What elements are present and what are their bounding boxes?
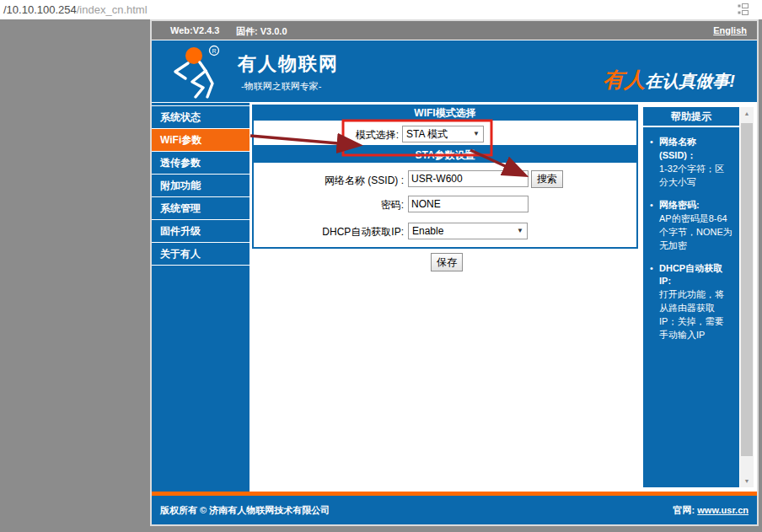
help-desc: 1-32个字符；区分大小写 xyxy=(659,164,724,187)
main-content: WIFI模式选择 模式选择: STA 模式 ▼ STA参数设置 网络名称 (SS… xyxy=(252,103,638,492)
device-config-page: Web:V2.4.3 固件: V3.0.0 English R 有人物联网 -物… xyxy=(152,21,757,524)
sidebar-item-wifi-params[interactable]: WiFi参数 xyxy=(152,129,250,152)
sidebar-nav: 系统状态 WiFi参数 透传参数 附加功能 系统管理 固件升级 关于有人 xyxy=(152,103,250,492)
help-desc: AP的密码是8-64个字节，NONE为无加密 xyxy=(659,213,732,250)
mode-select-value: STA 模式 xyxy=(406,128,448,140)
help-item-dhcp: DHCP自动获取IP: 打开此功能，将从路由器获取IP；关掉，需要手动输入IP xyxy=(650,262,732,343)
footer: 版权所有 © 济南有人物联网技术有限公司 官网: www.usr.cn xyxy=(152,496,757,524)
sidebar-item-about-usr[interactable]: 关于有人 xyxy=(152,243,250,266)
help-panel: 帮助提示 网络名称 (SSID)： 1-32个字符；区分大小写 网络密码: AP… xyxy=(641,103,757,492)
save-button[interactable]: 保存 xyxy=(431,253,463,271)
help-desc: 打开此功能，将从路由器获取IP；关掉，需要手动输入IP xyxy=(659,289,724,340)
wifi-mode-section-title: WIFI模式选择 xyxy=(254,106,636,121)
ssid-label: 网络名称 (SSID) : xyxy=(252,174,404,188)
help-item-ssid: 网络名称 (SSID)： 1-32个字符；区分大小写 xyxy=(650,136,732,190)
sta-params-section-title: STA参数设置 xyxy=(254,148,636,163)
mode-select-dropdown[interactable]: STA 模式 ▼ xyxy=(402,126,484,142)
scroll-up-icon[interactable]: ▲ xyxy=(740,107,754,120)
sidebar-item-system-status[interactable]: 系统状态 xyxy=(152,105,250,129)
password-input[interactable] xyxy=(408,196,529,212)
copyright-text: 版权所有 © 济南有人物联网技术有限公司 xyxy=(160,496,330,524)
help-scrollbar[interactable]: ▲ ▼ xyxy=(740,107,754,487)
slogan-highlight: 有人 xyxy=(603,67,645,91)
browser-address-bar[interactable]: /10.10.100.254/index_cn.html xyxy=(0,0,762,19)
dhcp-label: DHCP自动获取IP: xyxy=(252,225,404,239)
version-topbar: Web:V2.4.3 固件: V3.0.0 English xyxy=(152,21,757,40)
site-link[interactable]: www.usr.cn xyxy=(697,505,749,515)
site-label: 官网: xyxy=(673,505,695,515)
brand-name: 有人物联网 xyxy=(238,51,339,77)
help-term: DHCP自动获取IP: xyxy=(659,262,732,289)
web-version: Web:V2.4.3 xyxy=(170,25,220,35)
help-term: 网络密码: xyxy=(659,199,732,212)
sidebar-item-firmware-upgrade[interactable]: 固件升级 xyxy=(152,220,250,243)
url-path: /index_cn.html xyxy=(77,3,148,16)
usr-logo-icon: R xyxy=(165,45,233,99)
chevron-down-icon: ▼ xyxy=(517,223,523,239)
scroll-down-icon[interactable]: ▼ xyxy=(740,475,754,487)
chevron-down-icon: ▼ xyxy=(473,126,480,142)
firmware-version: 固件: V3.0.0 xyxy=(236,25,287,38)
brand-tagline: -物联网之联网专家- xyxy=(241,80,321,93)
help-item-password: 网络密码: AP的密码是8-64个字节，NONE为无加密 xyxy=(650,199,732,253)
slogan-rest: 在认真做事! xyxy=(645,72,735,90)
page-url: /10.10.100.254/index_cn.html xyxy=(3,3,148,16)
help-term: 网络名称 (SSID)： xyxy=(659,136,732,163)
help-panel-body: 网络名称 (SSID)： 1-32个字符；区分大小写 网络密码: AP的密码是8… xyxy=(643,127,739,487)
help-panel-title: 帮助提示 xyxy=(643,107,739,126)
tab-groups-icon[interactable] xyxy=(738,3,754,15)
password-label: 密码: xyxy=(252,198,404,212)
screenshot-stage: /10.10.100.254/index_cn.html Web:V2.4.3 … xyxy=(0,0,762,532)
sidebar-item-transparent-params[interactable]: 透传参数 xyxy=(152,152,250,175)
search-button[interactable]: 搜索 xyxy=(531,170,563,188)
official-site: 官网: www.usr.cn xyxy=(673,496,749,524)
english-language-link[interactable]: English xyxy=(713,25,747,35)
url-host: /10.10.100.254 xyxy=(3,3,77,16)
brand-header: R 有人物联网 -物联网之联网专家- 有人在认真做事! xyxy=(152,40,757,102)
sidebar-item-system-management[interactable]: 系统管理 xyxy=(152,197,250,220)
brand-slogan: 有人在认真做事! xyxy=(603,66,735,94)
dhcp-select-dropdown[interactable]: Enable ▼ xyxy=(408,223,528,239)
ssid-input[interactable] xyxy=(408,170,529,187)
mode-select-label: 模式选择: xyxy=(252,128,399,142)
scrollbar-thumb[interactable] xyxy=(741,123,753,456)
svg-text:R: R xyxy=(212,48,216,54)
dhcp-select-value: Enable xyxy=(412,225,443,237)
sidebar-item-extra-functions[interactable]: 附加功能 xyxy=(152,175,250,197)
